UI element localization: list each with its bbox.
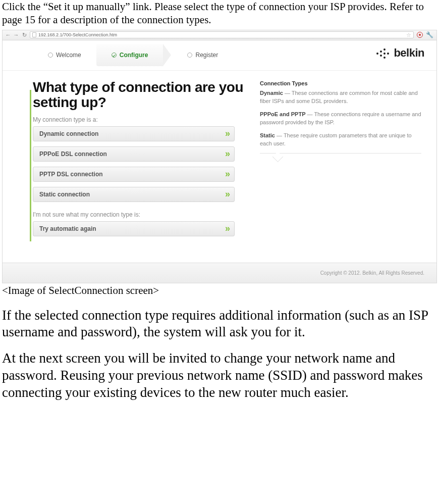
step-indicator-icon [48,53,53,58]
sidebar-help: Connection Types Dynamic — These connect… [260,80,421,247]
step-indicator-icon [187,53,192,58]
image-caption: <Image of SelectConnection screen> [0,283,439,298]
back-icon[interactable]: ← [6,32,11,37]
main-column: What type of connection are you setting … [33,80,250,247]
sidebar-divider [260,153,421,160]
forward-icon[interactable]: → [14,32,19,37]
option-label: PPTP DSL connection [39,171,103,178]
help-static: Static — These require custom parameters… [260,132,421,148]
option-label: Static connection [39,191,90,198]
sidebar-title: Connection Types [260,80,421,88]
option-pptp[interactable]: PPTP DSL connection [33,167,235,182]
url-text: 192.168.2.1/700-SelectConnection.htm [38,32,117,37]
help-pppoe: PPPoE and PPTP — These connections requi… [260,111,421,127]
copyright-text: Copyright © 2012. Belkin, All Rights Res… [320,270,424,276]
help-dynamic: Dynamic — These connections are common f… [260,89,421,106]
body-paragraph-2: At the next screen you will be invited t… [0,350,439,401]
body-paragraph-1: If the selected connection type requires… [0,307,439,341]
reload-icon[interactable]: ↻ [22,32,27,37]
option-try-automatic[interactable]: Try automatic again [33,221,235,236]
option-label: PPPoE DSL connection [39,150,107,158]
intro-paragraph: Click the “Set it up manually” link. Ple… [0,0,439,29]
option-static[interactable]: Static connection [33,187,235,202]
extension-icon[interactable] [417,32,423,38]
step-welcome[interactable]: Welcome [33,44,96,66]
chevron-right-icon [225,169,228,179]
page-heading: What type of connection are you setting … [33,80,250,110]
bookmark-star-icon[interactable]: ☆ [406,32,411,38]
option-pppoe[interactable]: PPPoE DSL connection [33,146,235,162]
page-content: What type of connection are you setting … [3,71,436,263]
connection-label: My connection type is a: [33,116,250,123]
page-icon [32,32,36,37]
step-indicator-check-icon [112,53,117,58]
brand-text: belkin [394,46,424,60]
step-label: Configure [120,52,148,59]
chevron-right-icon [225,189,228,199]
option-dynamic[interactable]: Dynamic connection [33,126,235,141]
chevron-right-icon [225,148,228,159]
step-label: Register [195,52,218,59]
page-footer: Copyright © 2012. Belkin, All Rights Res… [3,263,436,283]
screenshot-container: ← → ↻ 192.168.2.1/700-SelectConnection.h… [2,30,437,283]
brand-logo: belkin [375,46,424,60]
brand-dots-icon [375,47,390,59]
step-label: Welcome [56,52,81,59]
browser-toolbar: ← → ↻ 192.168.2.1/700-SelectConnection.h… [3,30,436,40]
wizard-step-header: Welcome Configure Register belkin [3,40,436,71]
address-bar[interactable]: 192.168.2.1/700-SelectConnection.htm ☆ [30,31,414,38]
step-register[interactable]: Register [172,44,233,66]
step-configure[interactable]: Configure [96,44,163,66]
option-label: Dynamic connection [39,130,98,137]
unsure-label: I'm not sure what my connection type is: [33,211,250,218]
left-accent-bar [30,90,31,241]
chevron-right-icon [225,223,228,234]
option-label: Try automatic again [39,225,96,232]
settings-wrench-icon[interactable]: 🔧 [426,31,433,38]
chevron-right-icon [225,128,228,139]
